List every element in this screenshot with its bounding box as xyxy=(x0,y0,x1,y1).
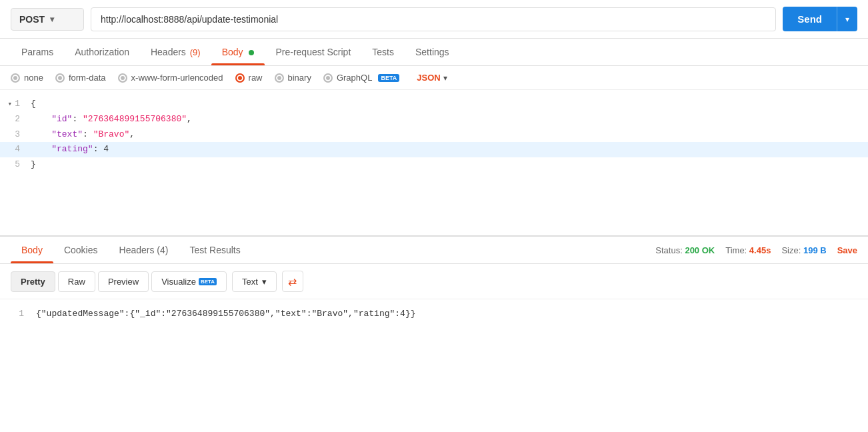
code-line-3: 3 "text": "Bravo", xyxy=(0,127,868,143)
option-binary[interactable]: binary xyxy=(275,73,311,83)
view-visualize-button[interactable]: Visualize BETA xyxy=(151,271,227,292)
code-line-5: 5 } xyxy=(0,157,868,173)
line-content-2: "id": "276364899155706380", xyxy=(27,113,868,127)
tab-authorization[interactable]: Authorization xyxy=(64,39,140,65)
method-label: POST xyxy=(19,14,45,25)
option-none[interactable]: none xyxy=(11,73,43,83)
wrap-toggle-button[interactable]: ⇄ xyxy=(282,271,303,292)
response-tab-bar: Body Cookies Headers (4) Test Results St… xyxy=(0,237,868,264)
radio-urlencoded xyxy=(118,73,127,83)
response-tab-test-results[interactable]: Test Results xyxy=(179,237,251,263)
status-label: Status: 200 OK xyxy=(655,245,715,255)
option-graphql[interactable]: GraphQL BETA xyxy=(323,73,399,83)
send-button[interactable]: Send xyxy=(783,7,837,31)
response-tab-headers[interactable]: Headers (4) xyxy=(109,237,179,263)
response-line-num-1: 1 xyxy=(0,307,33,321)
method-chevron-icon: ▾ xyxy=(50,15,54,24)
graphql-beta-badge: BETA xyxy=(378,74,399,82)
view-preview-button[interactable]: Preview xyxy=(98,271,149,292)
response-headers-badge: (4) xyxy=(157,245,168,255)
radio-none xyxy=(11,73,20,83)
body-active-dot xyxy=(249,50,254,55)
line-content-3: "text": "Bravo", xyxy=(27,128,868,142)
json-type-label: JSON xyxy=(417,73,440,83)
response-line-1: 1 {"updatedMessage":{"_id":"276364899155… xyxy=(0,306,868,322)
line-content-5: } xyxy=(27,158,868,172)
visualize-beta-badge: BETA xyxy=(199,278,217,285)
status-value: 200 OK xyxy=(685,245,715,255)
tab-headers[interactable]: Headers (9) xyxy=(140,39,211,65)
body-options-bar: none form-data x-www-form-urlencoded raw… xyxy=(0,66,868,90)
text-type-dropdown[interactable]: Text ▾ xyxy=(232,271,277,292)
json-type-selector[interactable]: JSON ▾ xyxy=(417,73,447,83)
headers-badge: (9) xyxy=(190,47,201,57)
send-dropdown-button[interactable]: ▾ xyxy=(837,7,857,31)
line-gutter-1: ▾ 1 xyxy=(0,97,27,111)
code-line-2: 2 "id": "276364899155706380", xyxy=(0,112,868,127)
line-gutter-5: 5 xyxy=(0,158,27,172)
line-gutter-2: 2 xyxy=(0,113,27,127)
json-dropdown-icon[interactable]: ▾ xyxy=(443,73,447,83)
response-section: Body Cookies Headers (4) Test Results St… xyxy=(0,237,868,339)
time-value: 4.45s xyxy=(749,245,771,255)
time-label: Time: 4.45s xyxy=(725,245,771,255)
save-response-link[interactable]: Save xyxy=(837,245,857,255)
code-editor[interactable]: ▾ 1 { 2 "id": "276364899155706380", 3 "t… xyxy=(0,90,868,237)
radio-graphql xyxy=(323,73,333,83)
send-button-group: Send ▾ xyxy=(783,7,857,31)
tab-body[interactable]: Body xyxy=(211,39,265,65)
radio-binary xyxy=(275,73,284,83)
response-tab-body[interactable]: Body xyxy=(11,237,53,263)
line-content-1: { xyxy=(27,97,868,111)
tab-params[interactable]: Params xyxy=(11,39,64,65)
radio-raw xyxy=(235,73,245,83)
radio-form-data xyxy=(55,73,65,83)
line-arrow-1: ▾ xyxy=(8,99,13,111)
tab-settings[interactable]: Settings xyxy=(405,39,460,65)
code-line-4: 4 "rating": 4 xyxy=(0,142,868,157)
line-gutter-3: 3 xyxy=(0,128,27,142)
response-meta: Status: 200 OK Time: 4.45s Size: 199 B S… xyxy=(655,245,857,255)
line-gutter-4: 4 xyxy=(0,143,27,157)
response-line-content-1: {"updatedMessage":{"_id":"27636489915570… xyxy=(33,307,868,321)
method-select[interactable]: POST ▾ xyxy=(11,8,84,31)
text-type-label: Text xyxy=(242,277,258,287)
tab-tests[interactable]: Tests xyxy=(361,39,405,65)
code-line-1: ▾ 1 { xyxy=(0,97,868,112)
size-value: 199 B xyxy=(803,245,827,255)
line-content-4: "rating": 4 xyxy=(27,143,868,157)
view-pretty-button[interactable]: Pretty xyxy=(11,271,55,292)
option-raw[interactable]: raw xyxy=(235,73,263,83)
tab-pre-request-script[interactable]: Pre-request Script xyxy=(265,39,361,65)
response-tab-cookies[interactable]: Cookies xyxy=(53,237,109,263)
top-bar: POST ▾ Send ▾ xyxy=(0,0,868,39)
view-raw-button[interactable]: Raw xyxy=(58,271,95,292)
request-tab-bar: Params Authorization Headers (9) Body Pr… xyxy=(0,39,868,66)
response-body: 1 {"updatedMessage":{"_id":"276364899155… xyxy=(0,299,868,339)
url-input[interactable] xyxy=(91,7,776,31)
option-form-data[interactable]: form-data xyxy=(55,73,106,83)
response-view-options: Pretty Raw Preview Visualize BETA Text ▾… xyxy=(0,264,868,299)
size-label: Size: 199 B xyxy=(781,245,826,255)
option-urlencoded[interactable]: x-www-form-urlencoded xyxy=(118,73,223,83)
text-type-chevron-icon: ▾ xyxy=(262,277,267,287)
